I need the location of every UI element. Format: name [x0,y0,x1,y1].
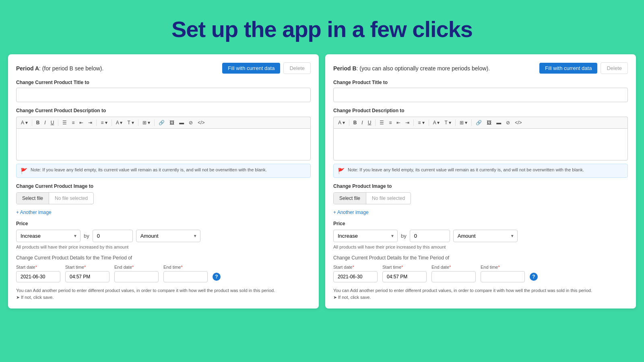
toolbar-clear-btn[interactable]: ⊘ [187,119,195,127]
toolbar-underline-btn[interactable]: U [49,119,56,127]
panel-a-desc-label: Change Current Product Description to [16,108,311,113]
toolbar-indent-left-btn[interactable]: ⇤ [77,119,85,127]
toolbar-highlight-btn[interactable]: T ▾ [125,119,136,127]
panel-a-amount-select[interactable]: Amount [136,230,200,242]
b-toolbar-block-btn[interactable]: ▬ [494,119,503,127]
panel-b-image-label: Change Product Image to [333,183,628,189]
b-toolbar-highlight-btn[interactable]: T ▾ [442,119,453,127]
toolbar-divider-2 [58,119,58,126]
toolbar-bullet-btn[interactable]: ☰ [60,119,69,127]
toolbar-font-btn[interactable]: A ▾ [19,119,30,127]
b-toolbar-bold-btn[interactable]: B [351,119,359,127]
panel-a-buttons: Fill with current data Delete [222,62,311,74]
panel-a-end-time-field: End time* [163,265,208,282]
panel-b-increase-select[interactable]: Increase [333,230,398,242]
panel-a-header: Period A: (for period B see below). Fill… [16,62,311,74]
b-toolbar-bullet-btn[interactable]: ☰ [378,119,386,127]
panel-b-delete-button[interactable]: Delete [601,62,628,74]
b-toolbar-link-btn[interactable]: 🔗 [474,119,484,127]
panel-a-start-time-label: Start time* [65,265,109,269]
panel-a-end-time-label: End time* [163,265,208,269]
toolbar-align-btn[interactable]: ≡ ▾ [99,119,109,127]
panel-b-end-time-input[interactable] [481,271,525,282]
panel-a-fill-button[interactable]: Fill with current data [222,63,280,74]
toolbar-block-btn[interactable]: ▬ [177,119,186,127]
panel-b-start-date-field: Start date* [333,265,378,282]
panel-a-price-row: Increase ▼ by Amount ▼ [16,230,311,242]
panel-a-help-icon[interactable]: ? [213,273,221,281]
b-toolbar-divider-2 [375,119,376,126]
panel-b: Period B: (you can also optionally creat… [325,54,636,309]
panel-b-price-row: Increase ▼ by Amount ▼ [333,230,628,242]
panel-a-start-time-input[interactable] [65,271,109,282]
b-toolbar-code-btn[interactable]: </> [513,119,524,127]
panel-a-start-date-field: Start date* [16,265,60,282]
panel-a-no-file-label: No file selected [49,193,93,204]
panel-b-add-image-link[interactable]: + Another image [333,210,369,215]
b-toolbar-divider-1 [349,119,349,126]
panel-b-start-date-input[interactable] [333,271,378,282]
panel-a-delete-button[interactable]: Delete [283,62,311,74]
panel-b-start-time-input[interactable] [382,271,427,282]
panel-a-end-date-input[interactable] [114,271,159,282]
panel-a-end-time-input[interactable] [163,271,208,282]
toolbar-code-btn[interactable]: </> [196,119,206,127]
panel-a-title-label: Change Current Product Title to [16,80,311,85]
toolbar-link-btn[interactable]: 🔗 [157,119,167,127]
panel-b-start-time-field: Start time* [382,265,427,282]
toolbar-bold-btn[interactable]: B [34,119,42,127]
panel-b-note: 🚩 Note: If you leave any field empty, it… [333,164,628,178]
toolbar-indent-right-btn[interactable]: ⇥ [86,119,94,127]
panel-a-title: Period A: (for period B see below). [16,65,103,72]
panel-b-title-input[interactable] [333,88,628,102]
panel-a-add-image-link[interactable]: + Another image [16,210,52,215]
panel-b-by-label: by [401,233,407,239]
b-toolbar-table-btn[interactable]: ⊞ ▾ [458,119,469,127]
panel-b-help-icon[interactable]: ? [530,273,538,281]
panel-a-note-text: Note: If you leave any field empty, its … [31,167,267,172]
panel-a-end-date-field: End date* [114,265,159,282]
panel-b-increase-wrapper: Increase ▼ [333,230,398,242]
toolbar-divider-3 [96,119,97,126]
panel-b-end-date-field: End date* [431,265,476,282]
b-toolbar-indent-right-btn[interactable]: ⇥ [403,119,411,127]
b-toolbar-underline-btn[interactable]: U [366,119,374,127]
b-toolbar-divider-5 [455,119,456,126]
b-toolbar-font-btn[interactable]: A ▾ [336,119,347,127]
toolbar-image-btn[interactable]: 🖼 [167,119,176,127]
panel-b-end-date-input[interactable] [431,271,476,282]
toolbar-ordered-btn[interactable]: ≡ [70,119,76,127]
b-toolbar-image-btn[interactable]: 🖼 [485,119,493,127]
toolbar-italic-btn[interactable]: I [42,119,47,127]
panel-a-toolbar: A ▾ B I U ☰ ≡ ⇤ ⇥ ≡ ▾ A ▾ T ▾ ⊞ ▾ 🔗 🖼 ▬ … [16,117,311,128]
b-toolbar-italic-btn[interactable]: I [359,119,365,127]
panel-b-select-file-button[interactable]: Select file [334,193,366,204]
panel-a-start-date-input[interactable] [16,271,60,282]
panel-b-bottom-note: You can Add another period to enter diff… [333,287,628,300]
panel-b-date-time-row: Start date* Start time* End date* End ti… [333,265,628,282]
panel-b-editor[interactable] [333,128,628,160]
panel-b-amount-select[interactable]: Amount [453,230,518,242]
b-toolbar-align-btn[interactable]: ≡ ▾ [416,119,426,127]
toolbar-table-btn[interactable]: ⊞ ▾ [140,119,152,127]
panel-b-title: Period B: (you can also optionally creat… [333,65,490,72]
panel-a: Period A: (for period B see below). Fill… [8,54,319,309]
panel-a-start-date-label: Start date* [16,265,60,269]
panel-b-price-input[interactable] [410,230,450,242]
toolbar-color-btn[interactable]: A ▾ [114,119,125,127]
panel-a-price-label: Price [16,221,311,226]
panel-a-select-file-button[interactable]: Select file [17,193,49,204]
panel-a-increase-select[interactable]: Increase [16,230,80,242]
b-toolbar-ordered-btn[interactable]: ≡ [387,119,394,127]
b-toolbar-indent-left-btn[interactable]: ⇤ [394,119,402,127]
panel-b-desc-label: Change Product Description to [333,108,628,113]
panel-a-time-period-label: Change Current Product Details for the T… [16,255,311,261]
panel-a-title-input[interactable] [16,88,311,102]
panel-a-price-input[interactable] [93,230,133,242]
b-toolbar-clear-btn[interactable]: ⊘ [504,119,512,127]
panel-a-amount-wrapper: Amount ▼ [136,230,200,242]
panel-b-fill-button[interactable]: Fill with current data [539,63,597,74]
panel-b-title-label: Change Product Title to [333,80,628,85]
b-toolbar-color-btn[interactable]: A ▾ [431,119,442,127]
panel-a-editor[interactable] [16,128,311,160]
